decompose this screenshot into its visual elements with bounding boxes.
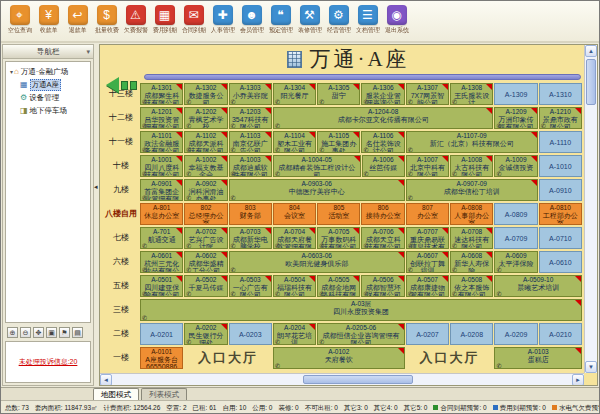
room-cell[interactable]: A-0603-06欧美阳光健身俱乐部✆ [229, 251, 405, 273]
toolbar-button-batch-fee[interactable]: $批量收费 [92, 3, 121, 35]
room-cell[interactable]: A-03层四川永度投资集团✆ [140, 299, 582, 321]
zoom-out-icon[interactable]: ⊖ [20, 327, 31, 338]
toolbar-button-operation[interactable]: ⚙经营管理 [324, 3, 353, 35]
room-cell[interactable]: A-0601杭州三元化妆品有限公司✆ [140, 251, 183, 273]
marker-icon[interactable]: ⚑ [59, 327, 70, 338]
room-cell[interactable]: A-0810工程部办公室 [539, 203, 582, 225]
room-cell[interactable]: A-0903-06中德医疗美容中心✆ [229, 179, 405, 201]
tree-item-parking[interactable]: ◨地下停车场 [7, 104, 89, 117]
toolbar-button-renovation[interactable]: ⚒装修管理 [295, 3, 324, 35]
room-cell[interactable]: A-0501四川建亚保险有限公司✆ [140, 275, 183, 297]
room-cell[interactable]: A-0702艺兴广告设计院✆ [184, 227, 227, 249]
room-cell[interactable]: A-1308王氏服装设计✆ [450, 83, 493, 105]
back-arrow-button[interactable] [106, 77, 137, 93]
room-cell[interactable]: A-0207 [406, 323, 449, 345]
snapshot-icon[interactable]: ▤ [72, 327, 83, 338]
toolbar-button-contract-due[interactable]: ✉合同到期 [179, 3, 208, 35]
room-cell[interactable]: A-701航通交通✆ [140, 227, 183, 249]
room-cell[interactable]: A-0808人事部办公室 [450, 203, 493, 225]
room-cell[interactable]: A-0209 [494, 323, 537, 345]
room-cell[interactable]: A-0102天府餐饮✆ [273, 347, 405, 369]
toolbar-button-vacancy-search[interactable]: ⌖空位查询 [5, 3, 34, 35]
room-cell[interactable]: A-1204-08成都卡尔亚文化传播有限公司✆ [273, 107, 494, 129]
toolbar-button-arrears-alarm[interactable]: ⚠欠费报警 [121, 3, 150, 35]
room-cell[interactable]: A-0809 [494, 203, 537, 225]
room-cell[interactable]: 805活动室 [317, 203, 360, 225]
room-cell[interactable]: A-1107-09新汇（北京）科技有限公司✆ [406, 131, 538, 153]
room-cell[interactable]: A-1302数捷服务公司✆ [184, 83, 227, 105]
zoom-in-icon[interactable]: ⊕ [7, 327, 18, 338]
room-cell[interactable]: A-1103南京亿联广告公司✆ [229, 131, 272, 153]
room-cell[interactable]: A-0710 [539, 227, 582, 249]
room-cell[interactable]: 806接待办公室 [361, 203, 404, 225]
room-cell[interactable]: A-1002幸福支教基金会✆ [184, 155, 227, 177]
room-cell[interactable]: A-1110 [539, 131, 582, 153]
toolbar-button-document[interactable]: ☰文档管理 [353, 3, 382, 35]
room-cell[interactable]: A-0101A座服务台 66550886 [140, 347, 183, 369]
pan-icon[interactable]: ✥ [33, 327, 44, 338]
toolbar-button-reservation[interactable]: ❝预定管理 [266, 3, 295, 35]
room-cell[interactable]: A-0505成都金地网络科技有限公司✆ [317, 275, 360, 297]
room-cell[interactable]: A-1310 [539, 83, 582, 105]
room-cell[interactable]: A-0103蛋糕店✆ [494, 347, 582, 369]
room-cell[interactable]: A-1102成都天派科技有限公司✆ [184, 131, 227, 153]
room-cell[interactable]: A-0910 [539, 179, 582, 201]
room-cell[interactable]: A-1303小乔美容院✆ [229, 83, 272, 105]
room-cell[interactable]: A-0507成都康捷物管有限公司✆ [406, 275, 449, 297]
room-cell[interactable]: A-0704成都天府餐饮管理有限公司✆ [273, 227, 316, 249]
room-cell[interactable]: A-0708速达科技有限公司✆ [450, 227, 493, 249]
room-cell[interactable]: A-0707重庆鼎易联信息技术有限公司✆ [406, 227, 449, 249]
room-cell[interactable]: A-0607创联拉丁舞培训✆ [406, 251, 449, 273]
toolbar-button-receipt[interactable]: ¥收款单 [34, 3, 63, 35]
horizontal-scroll-thumb[interactable] [303, 375, 413, 384]
room-cell[interactable]: A-0602成都华盛精工分公司✆ [184, 251, 227, 273]
room-cell[interactable]: A-1201昌华投资管理有限公司✆ [140, 107, 183, 129]
vertical-scroll-thumb[interactable] [586, 59, 596, 105]
room-cell[interactable]: A-1004-05成都精睿装饰工程设计公司✆ [273, 155, 361, 177]
room-cell[interactable]: 807办公室 [406, 203, 449, 225]
fit-view-icon[interactable]: ▣ [46, 327, 57, 338]
room-cell[interactable]: A-1301成都聚生科技有限公司✆ [140, 83, 183, 105]
room-cell[interactable]: A-0902润科润滑油办事处✆ [184, 179, 227, 201]
room-cell[interactable]: A-0703成都新华电脑学校✆ [229, 227, 272, 249]
room-cell[interactable]: A-1008太古科技有限公司✆ [450, 155, 493, 177]
toolbar-button-hr-management[interactable]: ✚人事管理 [208, 3, 237, 35]
tab-list-mode[interactable]: 列表模式 [141, 388, 187, 400]
toolbar-button-refund[interactable]: ↩退款单 [63, 3, 92, 35]
room-cell[interactable]: A-0709 [494, 227, 537, 249]
room-cell[interactable]: A-0208 [450, 323, 493, 345]
room-cell[interactable]: A-0610 [539, 251, 582, 273]
scroll-up-icon[interactable]: ▲ [585, 45, 597, 57]
tab-map-mode[interactable]: 地图模式 [93, 388, 139, 400]
toolbar-button-exit[interactable]: ◉退出系统 [382, 3, 411, 35]
room-cell[interactable]: A-1106名仕装饰设计公司✆ [361, 131, 404, 153]
horizontal-scrollbar[interactable]: ◄ ► [100, 373, 584, 385]
room-cell[interactable]: A-0506成都智慧环保有限公司✆ [361, 275, 404, 297]
scroll-right-icon[interactable]: ► [572, 374, 584, 386]
room-cell[interactable]: A-1306服装企业管理咨询公司✆ [361, 83, 404, 105]
room-cell[interactable]: A-1009金诚信投资✆ [494, 155, 537, 177]
room-cell[interactable]: A-0706成都天立科技有限公司✆ [361, 227, 404, 249]
room-cell[interactable]: 804会议室 [273, 203, 316, 225]
room-cell[interactable]: A-1007北京中科有限公司✆ [406, 155, 449, 177]
room-cell[interactable]: A-1210景鼎市政有限公司✆ [539, 107, 582, 129]
toolbar-button-member-management[interactable]: ☻会员管理 [237, 3, 266, 35]
room-cell[interactable]: A-0202民生银行分理处✆ [184, 323, 227, 345]
room-cell[interactable]: A-0503一心广告有限公司✆ [229, 275, 272, 297]
toolbar-button-fee-due[interactable]: ▦费用到期 [150, 3, 179, 35]
room-cell[interactable]: A-0205-06成都恒信企业咨询管理有限公司✆ [317, 323, 405, 345]
room-cell[interactable]: A-0204朗琴花艺培训✆ [273, 323, 316, 345]
room-cell[interactable]: A-1209万洲印象传媒有限公司✆ [494, 107, 537, 129]
vertical-scrollbar[interactable]: ▲ ▼ [584, 45, 597, 373]
room-cell[interactable]: A-0608新华人寿保险✆ [450, 251, 493, 273]
room-cell[interactable]: A-1010 [539, 155, 582, 177]
room-cell[interactable]: A-0609太平洋保险✆ [494, 251, 537, 273]
room-cell[interactable]: A-12033547科技有限公司✆ [229, 107, 272, 129]
room-cell[interactable]: A-0502千夏马传媒✆ [184, 275, 227, 297]
room-cell[interactable]: A-0203 [229, 323, 272, 345]
room-cell[interactable]: A-1003成都迪威软件有限公司✆ [229, 155, 272, 177]
tree-item-wantong-plaza[interactable]: ▾⌂万通·金融广场 [7, 65, 89, 78]
room-cell[interactable]: A-1006丝芭传媒✆ [362, 155, 405, 177]
tree-item-equipment[interactable]: ⚙设备管理 [7, 91, 89, 104]
room-cell[interactable]: A-1305甜宁✆ [317, 83, 360, 105]
